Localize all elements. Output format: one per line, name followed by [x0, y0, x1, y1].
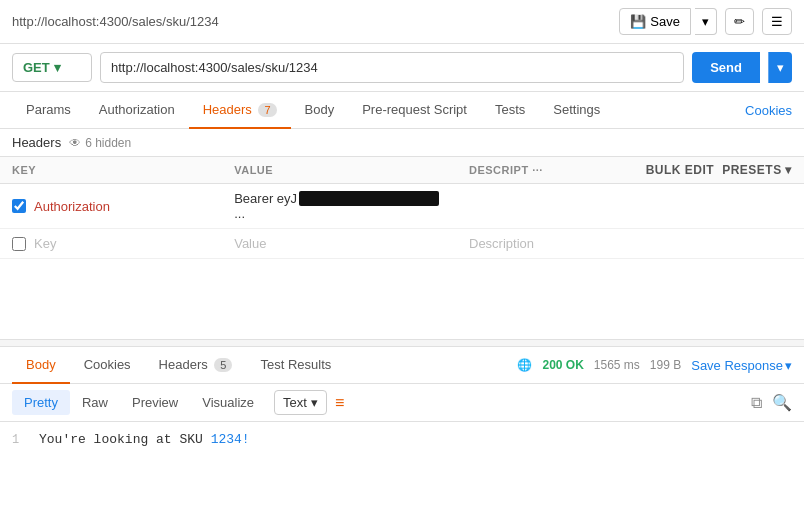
section-divider — [0, 339, 804, 347]
presets-button[interactable]: Presets ▾ — [722, 163, 792, 177]
headers-badge: 7 — [258, 103, 276, 117]
top-bar: http://localhost:4300/sales/sku/1234 💾 S… — [0, 0, 804, 44]
desc-placeholder: Description — [469, 236, 534, 251]
row-checkbox[interactable] — [12, 199, 26, 213]
actions-cell — [627, 184, 804, 229]
top-url: http://localhost:4300/sales/sku/1234 — [12, 14, 219, 29]
value-placeholder-cell: Value — [222, 229, 457, 259]
method-chevron: ▾ — [54, 60, 61, 75]
value-placeholder: Value — [234, 236, 266, 251]
col-key-header: KEY — [0, 157, 222, 184]
response-size: 199 B — [650, 358, 681, 372]
bulk-edit-button[interactable]: Bulk Edit — [646, 163, 715, 177]
tab-prerequest[interactable]: Pre-request Script — [348, 92, 481, 129]
format-right-actions: ⧉ 🔍 — [751, 393, 792, 412]
desc-placeholder-cell: Description — [457, 229, 627, 259]
response-text: You're looking at SKU 1234! — [39, 432, 250, 447]
empty-space — [0, 259, 804, 339]
hidden-badge: 👁 6 hidden — [69, 136, 131, 150]
headers-label: Headers — [12, 135, 61, 150]
format-tab-preview[interactable]: Preview — [120, 390, 190, 415]
tab-authorization[interactable]: Authorization — [85, 92, 189, 129]
response-line: 1 You're looking at SKU 1234! — [12, 432, 792, 447]
key-value: Authorization — [34, 199, 110, 214]
tab-tests[interactable]: Tests — [481, 92, 539, 129]
tab-settings[interactable]: Settings — [539, 92, 614, 129]
save-button[interactable]: 💾 Save — [619, 8, 691, 35]
table-row: Authorization Bearer eyJ ... — [0, 184, 804, 229]
response-headers-badge: 5 — [214, 358, 232, 372]
sku-value: 1234! — [211, 432, 250, 447]
format-select[interactable]: Text ▾ — [274, 390, 327, 415]
top-actions: 💾 Save ▾ ✏ ☰ — [619, 8, 792, 35]
notes-button[interactable]: ☰ — [762, 8, 792, 35]
response-tab-bar: Body Cookies Headers 5 Test Results 🌐 20… — [0, 347, 804, 384]
eye-icon: 👁 — [69, 136, 81, 150]
tab-bar: Params Authorization Headers 7 Body Pre-… — [0, 92, 804, 129]
format-tabs: Pretty Raw Preview Visualize — [12, 390, 266, 415]
placeholder-checkbox[interactable] — [12, 237, 26, 251]
value-cell: Bearer eyJ ... — [222, 184, 457, 229]
search-icon[interactable]: 🔍 — [772, 393, 792, 412]
response-body: 1 You're looking at SKU 1234! — [0, 422, 804, 457]
col-actions-header: Bulk Edit Presets ▾ — [627, 157, 804, 184]
headers-table: KEY VALUE DESCRIPT ··· Bulk Edit Presets… — [0, 157, 804, 259]
response-tab-headers[interactable]: Headers 5 — [145, 347, 247, 384]
desc-cell — [457, 184, 627, 229]
send-dropdown-button[interactable]: ▾ — [768, 52, 792, 83]
url-input[interactable] — [100, 52, 684, 83]
response-tab-body[interactable]: Body — [12, 347, 70, 384]
request-tabs: Params Authorization Headers 7 Body Pre-… — [12, 92, 614, 128]
col-value-header: VALUE — [222, 157, 457, 184]
tab-body[interactable]: Body — [291, 92, 349, 129]
response-tabs: Body Cookies Headers 5 Test Results — [12, 347, 345, 383]
format-bar: Pretty Raw Preview Visualize Text ▾ ≡ ⧉ … — [0, 384, 804, 422]
edit-button[interactable]: ✏ — [725, 8, 754, 35]
cookies-link[interactable]: Cookies — [745, 103, 792, 118]
tab-params[interactable]: Params — [12, 92, 85, 129]
send-button[interactable]: Send — [692, 52, 760, 83]
request-bar: GET ▾ Send ▾ — [0, 44, 804, 92]
line-number: 1 — [12, 433, 19, 447]
globe-icon: 🌐 — [517, 358, 532, 372]
headers-section-label: Headers 👁 6 hidden — [0, 129, 804, 157]
key-placeholder-cell: Key — [0, 229, 222, 259]
format-tab-raw[interactable]: Raw — [70, 390, 120, 415]
tab-headers[interactable]: Headers 7 — [189, 92, 291, 129]
response-status-bar: 🌐 200 OK 1565 ms 199 B Save Response ▾ — [517, 358, 792, 373]
status-ok: 200 OK — [542, 358, 583, 372]
response-time: 1565 ms — [594, 358, 640, 372]
response-tab-test-results[interactable]: Test Results — [246, 347, 345, 384]
format-tab-visualize[interactable]: Visualize — [190, 390, 266, 415]
format-tab-pretty[interactable]: Pretty — [12, 390, 70, 415]
key-placeholder: Key — [34, 236, 56, 251]
copy-icon[interactable]: ⧉ — [751, 394, 762, 412]
key-cell: Authorization — [0, 184, 222, 229]
save-dropdown-button[interactable]: ▾ — [695, 8, 717, 35]
redacted-token — [299, 191, 439, 206]
wrap-icon[interactable]: ≡ — [335, 394, 344, 412]
save-icon: 💾 — [630, 14, 646, 29]
save-response-button[interactable]: Save Response ▾ — [691, 358, 792, 373]
response-tab-cookies[interactable]: Cookies — [70, 347, 145, 384]
method-select[interactable]: GET ▾ — [12, 53, 92, 82]
format-chevron: ▾ — [311, 395, 318, 410]
table-row-placeholder: Key Value Description — [0, 229, 804, 259]
col-desc-header: DESCRIPT ··· — [457, 157, 627, 184]
